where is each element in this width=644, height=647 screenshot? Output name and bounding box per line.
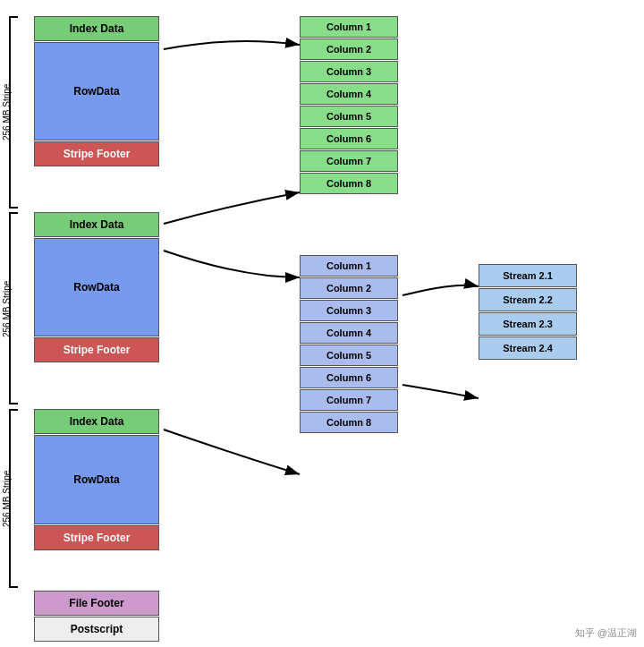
watermark: 知乎 @温正湖	[575, 626, 637, 640]
stripe1: Index Data RowData Stripe Footer	[34, 16, 159, 166]
col4-g2: Column 4	[300, 322, 398, 344]
stripe3: Index Data RowData Stripe Footer	[34, 409, 159, 550]
stream4: Stream 2.4	[479, 336, 577, 360]
col1-g1: Column 1	[300, 16, 398, 38]
col2-g1: Column 2	[300, 38, 398, 60]
col6-g2: Column 6	[300, 367, 398, 388]
stripe3-index: Index Data	[34, 409, 159, 434]
stripe3-label: 256 MB Stripe	[2, 425, 12, 573]
stripe3-footer: Stripe Footer	[34, 525, 159, 550]
stripe3-row: RowData	[34, 435, 159, 524]
col2-g2: Column 2	[300, 277, 398, 299]
diagram-container: 256 MB Stripe Index Data RowData Stripe …	[0, 0, 644, 647]
col8-g2: Column 8	[300, 412, 398, 433]
stream2: Stream 2.2	[479, 288, 577, 311]
stripe2-index: Index Data	[34, 212, 159, 237]
col8-g1: Column 8	[300, 173, 398, 194]
col5-g1: Column 5	[300, 106, 398, 127]
stripe1-index: Index Data	[34, 16, 159, 41]
col3-g2: Column 3	[300, 300, 398, 321]
col7-g2: Column 7	[300, 389, 398, 411]
stripe2-label: 256 MB Stripe	[2, 233, 12, 385]
col6-g1: Column 6	[300, 128, 398, 149]
col1-g2: Column 1	[300, 255, 398, 277]
stripe1-label: 256 MB Stripe	[2, 36, 12, 188]
col5-g2: Column 5	[300, 345, 398, 366]
file-footer: File Footer Postscript	[34, 591, 159, 642]
stream-group: Stream 2.1 Stream 2.2 Stream 2.3 Stream …	[479, 264, 577, 361]
column-group-2: Column 1 Column 2 Column 3 Column 4 Colu…	[300, 255, 398, 434]
stream1: Stream 2.1	[479, 264, 577, 287]
stream3: Stream 2.3	[479, 312, 577, 336]
stripe2-row: RowData	[34, 238, 159, 336]
column-group-1: Column 1 Column 2 Column 3 Column 4 Colu…	[300, 16, 398, 195]
col7-g1: Column 7	[300, 150, 398, 172]
stripe2-footer: Stripe Footer	[34, 337, 159, 362]
stripe1-row: RowData	[34, 42, 159, 140]
stripe2: Index Data RowData Stripe Footer	[34, 212, 159, 362]
stripe1-footer: Stripe Footer	[34, 141, 159, 166]
col4-g1: Column 4	[300, 83, 398, 105]
file-footer-block: File Footer	[34, 591, 159, 616]
col3-g1: Column 3	[300, 61, 398, 82]
postscript-block: Postscript	[34, 617, 159, 642]
